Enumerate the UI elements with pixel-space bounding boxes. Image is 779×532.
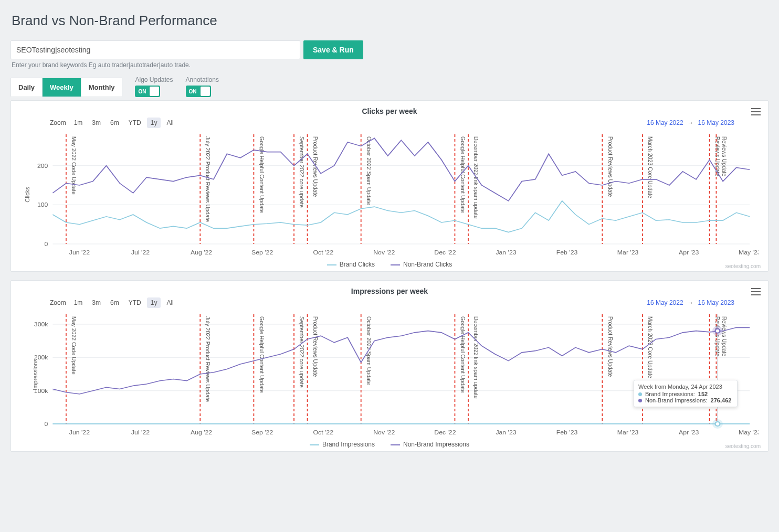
zoom-ytd[interactable]: YTD: [125, 297, 145, 308]
legend-brand-clicks[interactable]: Brand Clicks: [327, 261, 375, 268]
svg-text:Jul '22: Jul '22: [131, 429, 150, 435]
anno-toggle-state: ON: [189, 89, 197, 94]
svg-rect-2: [751, 114, 761, 115]
svg-text:Nov '22: Nov '22: [373, 429, 395, 435]
zoom-ytd[interactable]: YTD: [125, 118, 145, 128]
clicks-legend: Brand Clicks Non-Brand Clicks: [18, 261, 761, 268]
svg-text:Reviews Update: Reviews Update: [714, 136, 721, 176]
dot-icon: [638, 399, 642, 402]
brand-keywords-input[interactable]: [10, 40, 300, 59]
zoom-label: Zoom: [50, 299, 66, 306]
svg-text:Sep '22: Sep '22: [251, 429, 273, 435]
annotations-label: Annotations: [186, 76, 219, 83]
svg-text:0: 0: [45, 241, 48, 247]
zoom-3m[interactable]: 3m: [88, 118, 104, 128]
zoom-label: Zoom: [50, 119, 66, 126]
legend-nonbrand-impr[interactable]: Non-Brand Impressions: [391, 441, 469, 448]
svg-text:Mar '23: Mar '23: [617, 249, 638, 256]
svg-rect-45: [751, 288, 761, 289]
impressions-chart-menu-icon[interactable]: [751, 288, 761, 295]
svg-text:Nov '22: Nov '22: [373, 249, 395, 256]
dot-icon: [638, 392, 642, 396]
svg-text:Sep '22: Sep '22: [251, 249, 273, 256]
range-to[interactable]: 16 May 2023: [698, 299, 734, 306]
impressions-panel: Impressions per week Zoom 1m 3m 6m YTD 1…: [10, 280, 769, 452]
range-from[interactable]: 16 May 2022: [647, 299, 683, 306]
algo-updates-toggle[interactable]: ON: [135, 86, 160, 97]
clicks-date-range: 16 May 2022 → 16 May 2023: [647, 119, 734, 126]
svg-text:Product Reviews Update: Product Reviews Update: [312, 136, 319, 197]
svg-text:Apr '23: Apr '23: [679, 249, 699, 256]
svg-point-94: [715, 422, 720, 426]
svg-text:300k: 300k: [34, 321, 48, 327]
impressions-chart-area[interactable]: Impressions 0100k200k300kJun '22Jul '22A…: [20, 310, 759, 439]
svg-text:Jan '23: Jan '23: [496, 249, 516, 256]
svg-text:July 2022 Product Reviews Upda: July 2022 Product Reviews Update: [205, 136, 212, 222]
impressions-chart-title: Impressions per week: [18, 287, 761, 295]
period-and-toggles-row: Daily Weekly Monthly Algo Updates ON Ann…: [10, 76, 769, 97]
brand-keyword-row: Save & Run: [10, 40, 769, 59]
svg-text:May '23: May '23: [739, 249, 759, 256]
svg-text:Dec '22: Dec '22: [434, 429, 456, 435]
svg-text:Google Helpful Content Update: Google Helpful Content Update: [258, 136, 265, 213]
impressions-legend: Brand Impressions Non-Brand Impressions: [18, 441, 761, 448]
zoom-6m[interactable]: 6m: [107, 297, 123, 308]
svg-text:Feb '23: Feb '23: [556, 249, 578, 256]
range-to[interactable]: 16 May 2023: [698, 119, 734, 126]
period-tab-group: Daily Weekly Monthly: [10, 78, 122, 97]
svg-rect-46: [751, 291, 761, 292]
svg-text:Apr '23: Apr '23: [679, 429, 699, 435]
zoom-6m[interactable]: 6m: [107, 118, 123, 128]
svg-rect-0: [751, 108, 761, 109]
helper-text: Enter your brand keywords Eg auto trader…: [12, 61, 769, 69]
svg-text:Oct '22: Oct '22: [313, 429, 333, 435]
svg-text:October 2022 Spam Update: October 2022 Spam Update: [366, 136, 373, 205]
save-run-button[interactable]: Save & Run: [303, 40, 363, 59]
svg-text:May 2022 Code Update: May 2022 Code Update: [71, 136, 78, 195]
clicks-panel: Clicks per week Zoom 1m 3m 6m YTD 1y All…: [10, 100, 769, 272]
svg-text:September 2022 core update: September 2022 core update: [299, 316, 306, 388]
zoom-1m[interactable]: 1m: [70, 297, 87, 308]
svg-text:Jan '23: Jan '23: [496, 429, 516, 435]
algo-updates-label: Algo Updates: [135, 76, 173, 83]
svg-text:Jun '22: Jun '22: [69, 429, 90, 435]
svg-text:Dec '22: Dec '22: [434, 249, 456, 256]
clicks-chart-menu-icon[interactable]: [751, 108, 761, 115]
legend-nonbrand-clicks[interactable]: Non-Brand Clicks: [391, 261, 452, 268]
clicks-chart-title: Clicks per week: [18, 107, 761, 115]
period-tab-daily[interactable]: Daily: [11, 78, 42, 97]
svg-text:200: 200: [37, 162, 48, 168]
svg-text:Aug '22: Aug '22: [191, 249, 212, 256]
zoom-1y[interactable]: 1y: [147, 297, 161, 308]
range-from[interactable]: 16 May 2022: [647, 119, 683, 126]
legend-brand-impr[interactable]: Brand Impressions: [310, 441, 375, 448]
impressions-zoom-buttons: Zoom 1m 3m 6m YTD 1y All: [50, 297, 177, 308]
annotations-toggle[interactable]: ON: [186, 86, 211, 97]
svg-text:October 2022 Spam Update: October 2022 Spam Update: [366, 316, 373, 385]
impressions-date-range: 16 May 2022 → 16 May 2023: [647, 299, 734, 306]
svg-text:Google Helpful Content Update: Google Helpful Content Update: [258, 316, 265, 393]
range-arrow-icon: →: [688, 119, 694, 126]
impressions-chart-svg: 0100k200k300kJun '22Jul '22Aug '22Sep '2…: [20, 310, 759, 439]
clicks-zoom-row: Zoom 1m 3m 6m YTD 1y All 16 May 2022 → 1…: [50, 118, 734, 128]
zoom-1y[interactable]: 1y: [147, 118, 161, 128]
svg-text:Feb '23: Feb '23: [556, 429, 578, 435]
svg-text:December 2022 link spam update: December 2022 link spam update: [473, 316, 480, 399]
svg-text:Google Helpful Content Update: Google Helpful Content Update: [460, 316, 467, 393]
zoom-all[interactable]: All: [163, 297, 177, 308]
zoom-all[interactable]: All: [163, 118, 177, 128]
svg-text:September 2022 core update: September 2022 core update: [299, 136, 306, 208]
clicks-chart-area[interactable]: Clicks 0100200Jun '22Jul '22Aug '22Sep '…: [20, 130, 759, 259]
svg-text:Oct '22: Oct '22: [313, 249, 333, 256]
svg-text:July 2022 Product Reviews Upda: July 2022 Product Reviews Update: [205, 316, 212, 402]
range-arrow-icon: →: [688, 299, 694, 306]
period-tab-weekly[interactable]: Weekly: [42, 78, 81, 97]
zoom-3m[interactable]: 3m: [88, 297, 104, 308]
zoom-1m[interactable]: 1m: [70, 118, 87, 128]
period-tab-monthly[interactable]: Monthly: [81, 78, 122, 97]
svg-text:Product Reviews Update: Product Reviews Update: [312, 316, 319, 377]
svg-text:Product Reviews Update: Product Reviews Update: [607, 136, 614, 197]
algo-updates-toggle-col: Algo Updates ON: [135, 76, 173, 97]
impressions-ylabel: Impressions: [32, 359, 38, 390]
svg-text:Jun '22: Jun '22: [69, 249, 90, 256]
